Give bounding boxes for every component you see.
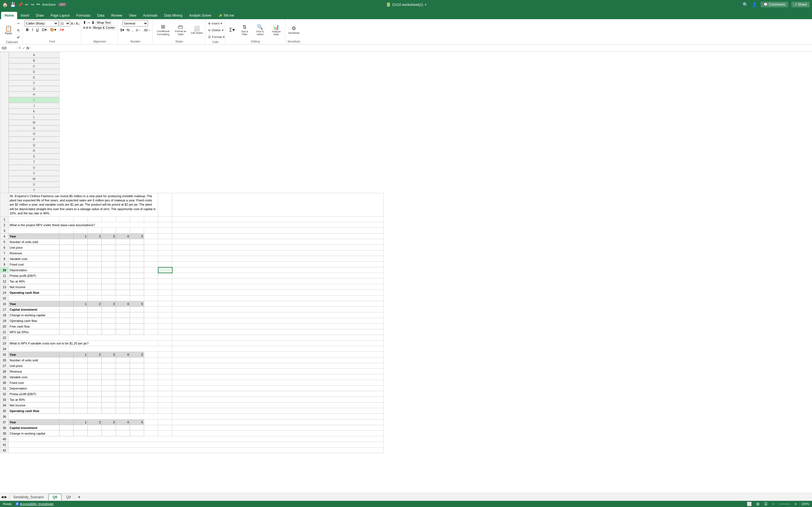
col-header-X[interactable]: X [9, 182, 59, 187]
align-bottom-button[interactable]: ⬇ [91, 20, 95, 25]
cell-C8[interactable] [73, 256, 88, 262]
row-num-41[interactable]: 41 [0, 442, 9, 448]
cell-B21[interactable] [59, 329, 73, 335]
cell-F19[interactable] [116, 318, 130, 324]
cell-C1[interactable] [73, 217, 88, 222]
sheet-tab-q9[interactable]: Q9 [62, 494, 75, 500]
cell-I16[interactable] [158, 301, 172, 307]
col-header-T[interactable]: T [9, 159, 59, 165]
cell-E30[interactable] [102, 380, 116, 386]
confirm-formula-button[interactable]: ✓ [22, 46, 26, 50]
format-as-table-button[interactable]: 🗃 Format as Table [172, 22, 189, 38]
format-cells-button[interactable]: ☰Format▾ [207, 34, 224, 40]
cell-F9[interactable] [116, 262, 130, 267]
cell-F39[interactable] [116, 431, 130, 436]
cell-H17[interactable] [144, 307, 158, 313]
cell-E26[interactable] [102, 357, 116, 363]
cell-I1[interactable] [158, 217, 172, 222]
cell-I9[interactable] [158, 262, 172, 267]
cell-D13[interactable] [88, 284, 102, 290]
cell-A35[interactable]: Operating cash flow [9, 408, 59, 414]
cell-E4[interactable]: 3 [102, 233, 116, 239]
cell-D19[interactable] [88, 318, 102, 324]
cell-C5[interactable] [73, 239, 88, 245]
cell-A23[interactable]: What is NPV if variable costs turn out t… [9, 341, 158, 346]
cell-D7[interactable] [88, 250, 102, 256]
cell-F38[interactable] [116, 425, 130, 431]
row-num[interactable] [0, 193, 9, 217]
tab-review[interactable]: Review [108, 12, 125, 19]
cell-A2[interactable]: What is the project NPV under these base… [9, 222, 158, 228]
row-num-14[interactable]: 14 [0, 290, 9, 295]
cell-E11[interactable] [102, 273, 116, 279]
cell-I32[interactable] [158, 391, 172, 397]
cell-I20[interactable] [158, 324, 172, 329]
save-icon[interactable]: 💾 [10, 2, 16, 7]
cell-A26[interactable]: Number of units sold [9, 357, 59, 363]
cell-E8[interactable] [102, 256, 116, 262]
row-num-29[interactable]: 29 [0, 374, 9, 380]
decrease-font-button[interactable]: A↓ [75, 21, 80, 25]
col-header-N[interactable]: N [9, 125, 59, 131]
cell-E32[interactable] [102, 391, 116, 397]
cell-D9[interactable] [88, 262, 102, 267]
cell-G18[interactable] [130, 313, 144, 318]
cell-I-0[interactable] [158, 193, 172, 217]
cell-D16[interactable]: 2 [88, 301, 102, 307]
cell-A16[interactable]: Year [9, 301, 59, 307]
row-num-2[interactable]: 2 [0, 222, 9, 228]
cell-F3[interactable] [116, 228, 130, 233]
cell-D14[interactable] [88, 290, 102, 295]
cell-F6[interactable] [116, 245, 130, 250]
cell-C21[interactable] [73, 329, 88, 335]
cell-B9[interactable] [59, 262, 73, 267]
cell-C27[interactable] [73, 363, 88, 369]
cell-C9[interactable] [73, 262, 88, 267]
cell-I2[interactable] [158, 222, 172, 228]
cell-C38[interactable] [73, 425, 88, 431]
row-num-37[interactable]: 37 [0, 419, 9, 425]
cell-I30[interactable] [158, 380, 172, 386]
cell-H12[interactable] [144, 279, 158, 284]
cell-B15[interactable] [59, 295, 73, 301]
cell-G37[interactable]: 5 [130, 419, 144, 425]
row-num-39[interactable]: 39 [0, 431, 9, 436]
row-num-21[interactable]: 21 [0, 329, 9, 335]
cell-A10[interactable]: Depreciation [9, 267, 59, 273]
cell-I28[interactable] [158, 369, 172, 374]
cell-H29[interactable] [144, 374, 158, 380]
cell-B3[interactable] [59, 228, 73, 233]
cell-C33[interactable] [73, 397, 88, 402]
cell-A11[interactable]: Pretax profit (EBIT) [9, 273, 59, 279]
cell-F26[interactable] [116, 357, 130, 363]
next-sheet-button[interactable]: ▶ [4, 495, 7, 499]
cell-A39[interactable]: Change in working capital [9, 431, 59, 436]
cell-A20[interactable]: Free cash flow [9, 324, 59, 329]
row-num-6[interactable]: 6 [0, 245, 9, 250]
cell-F37[interactable]: 4 [116, 419, 130, 425]
cell-F27[interactable] [116, 363, 130, 369]
cell-I21[interactable] [158, 329, 172, 335]
row-num-18[interactable]: 18 [0, 313, 9, 318]
cell-E33[interactable] [102, 397, 116, 402]
cell-I18[interactable] [158, 313, 172, 318]
cell-E28[interactable] [102, 369, 116, 374]
undo-icon[interactable]: ↩ [25, 2, 29, 7]
cell-E6[interactable] [102, 245, 116, 250]
cell-C39[interactable] [73, 431, 88, 436]
cell-G3[interactable] [130, 228, 144, 233]
cell-G13[interactable] [130, 284, 144, 290]
cell-A18[interactable]: Change in working capital [9, 313, 59, 318]
row-num-28[interactable]: 28 [0, 369, 9, 374]
col-header-I[interactable]: I [9, 97, 59, 103]
cell-D4[interactable]: 2 [88, 233, 102, 239]
cell-G8[interactable] [130, 256, 144, 262]
tab-datamining[interactable]: Data Mining [161, 12, 186, 19]
cell-D18[interactable] [88, 313, 102, 318]
cell-I19[interactable] [158, 318, 172, 324]
cell-styles-button[interactable]: ⬜ Cell Styles [190, 22, 204, 38]
cell-E34[interactable] [102, 402, 116, 408]
cell-G31[interactable] [130, 386, 144, 391]
cancel-formula-button[interactable]: ✕ [18, 46, 21, 50]
fill-color-button[interactable]: 🎨▾ [49, 27, 57, 32]
